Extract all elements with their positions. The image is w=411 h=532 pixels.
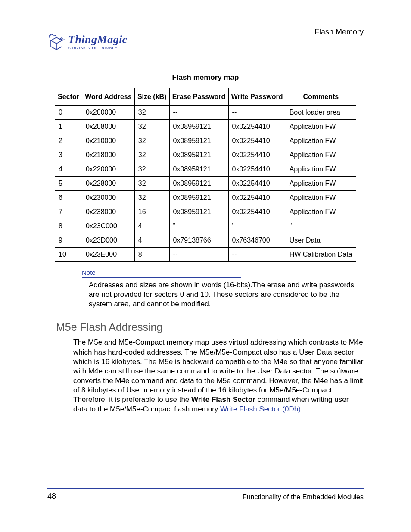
body-text: The M5e and M5e-Compact memory map uses … bbox=[73, 338, 363, 404]
page: Flash Memory ThingMagic A bbox=[0, 0, 411, 532]
cell-write: 0x76346700 bbox=[228, 233, 286, 248]
table-caption: Flash memory map bbox=[47, 73, 364, 82]
table-row: 50x228000320x089591210x02254410Applicati… bbox=[55, 177, 356, 191]
cell-size: 32 bbox=[134, 148, 169, 162]
header-section-title: Flash Memory bbox=[314, 28, 364, 37]
cell-size: 32 bbox=[134, 162, 169, 177]
cell-erase: 0x08959121 bbox=[169, 191, 228, 205]
cell-addr: 0x208000 bbox=[82, 120, 134, 134]
cell-addr: 0x200000 bbox=[82, 106, 134, 120]
table-row: 70x238000160x089591210x02254410Applicati… bbox=[55, 205, 356, 219]
cell-comments: Application FW bbox=[286, 148, 356, 162]
cell-size: 16 bbox=[134, 205, 169, 219]
header: Flash Memory ThingMagic A bbox=[47, 28, 364, 58]
cell-sector: 7 bbox=[55, 205, 82, 219]
cell-addr: 0x228000 bbox=[82, 177, 134, 191]
logo: ThingMagic A DIVISION OF TRIMBLE bbox=[47, 33, 128, 51]
col-word-address: Word Address bbox=[82, 88, 134, 106]
table-row: 00x20000032----Boot loader area bbox=[55, 106, 356, 120]
body-text: . bbox=[301, 405, 303, 413]
body-bold: Write Flash Sector bbox=[191, 395, 255, 404]
footer-rule bbox=[47, 488, 364, 489]
cell-addr: 0x23D000 bbox=[82, 233, 134, 248]
cell-write: -- bbox=[228, 106, 286, 120]
cell-size: 32 bbox=[134, 177, 169, 191]
logo-text: ThingMagic A DIVISION OF TRIMBLE bbox=[68, 34, 128, 50]
cell-erase: 0x08959121 bbox=[169, 120, 228, 134]
write-flash-sector-link[interactable]: Write Flash Sector (0Dh) bbox=[220, 405, 301, 413]
cell-comments: Application FW bbox=[286, 177, 356, 191]
cell-sector: 5 bbox=[55, 177, 82, 191]
cell-write: 0x02254410 bbox=[228, 134, 286, 148]
cell-size: 4 bbox=[134, 233, 169, 248]
svg-line-2 bbox=[59, 38, 62, 39]
table-row: 30x218000320x089591210x02254410Applicati… bbox=[55, 148, 356, 162]
cell-sector: 4 bbox=[55, 162, 82, 177]
cell-comments: User Data bbox=[286, 233, 356, 248]
page-number: 48 bbox=[47, 492, 56, 501]
cell-size: 32 bbox=[134, 191, 169, 205]
note-body: Addresses and sizes are shown in words (… bbox=[89, 280, 356, 309]
table-row: 60x230000320x089591210x02254410Applicati… bbox=[55, 191, 356, 205]
col-erase-pw: Erase Password bbox=[169, 88, 228, 106]
col-size: Size (kB) bbox=[134, 88, 169, 106]
cell-erase: -- bbox=[169, 248, 228, 262]
cell-comments: Boot loader area bbox=[286, 106, 356, 120]
cell-sector: 10 bbox=[55, 248, 82, 262]
table-row: 20x210000320x089591210x02254410Applicati… bbox=[55, 134, 356, 148]
cell-comments: Application FW bbox=[286, 191, 356, 205]
logo-subtitle: A DIVISION OF TRIMBLE bbox=[68, 46, 128, 50]
cell-erase: 0x08959121 bbox=[169, 205, 228, 219]
cell-sector: 1 bbox=[55, 120, 82, 134]
cell-sector: 8 bbox=[55, 219, 82, 233]
cell-addr: 0x218000 bbox=[82, 148, 134, 162]
cell-write: 0x02254410 bbox=[228, 120, 286, 134]
body-paragraph: The M5e and M5e-Compact memory map uses … bbox=[73, 338, 364, 414]
header-rule bbox=[47, 57, 364, 57]
table-row: 40x220000320x089591210x02254410Applicati… bbox=[55, 162, 356, 177]
cell-write: 0x02254410 bbox=[228, 148, 286, 162]
cell-comments: Application FW bbox=[286, 134, 356, 148]
cell-sector: 2 bbox=[55, 134, 82, 148]
table-header-row: Sector Word Address Size (kB) Erase Pass… bbox=[55, 88, 356, 106]
table-row: 80x23C0004""" bbox=[55, 219, 356, 233]
col-write-pw: Write Password bbox=[228, 88, 286, 106]
cell-addr: 0x23E000 bbox=[82, 248, 134, 262]
cell-erase: 0x08959121 bbox=[169, 162, 228, 177]
section-heading: M5e Flash Addressing bbox=[56, 321, 364, 333]
cell-comments: Application FW bbox=[286, 205, 356, 219]
cell-addr: 0x23C000 bbox=[82, 219, 134, 233]
cell-size: 4 bbox=[134, 219, 169, 233]
cell-addr: 0x220000 bbox=[82, 162, 134, 177]
note-label: Note bbox=[82, 269, 241, 278]
footer-title: Functionality of the Embedded Modules bbox=[243, 493, 364, 501]
cell-write: 0x02254410 bbox=[228, 205, 286, 219]
cell-size: 32 bbox=[134, 106, 169, 120]
cell-addr: 0x238000 bbox=[82, 205, 134, 219]
cell-write: -- bbox=[228, 248, 286, 262]
cell-comments: HW Calibration Data bbox=[286, 248, 356, 262]
table-row: 100x23E0008----HW Calibration Data bbox=[55, 248, 356, 262]
cell-comments: Application FW bbox=[286, 162, 356, 177]
cell-comments: Application FW bbox=[286, 120, 356, 134]
thingmagic-cube-icon bbox=[47, 33, 65, 51]
cell-write: 0x02254410 bbox=[228, 177, 286, 191]
flash-memory-table: Sector Word Address Size (kB) Erase Pass… bbox=[55, 88, 356, 262]
cell-size: 8 bbox=[134, 248, 169, 262]
table-row: 90x23D00040x791387660x76346700User Data bbox=[55, 233, 356, 248]
logo-brand: ThingMagic bbox=[68, 34, 128, 45]
cell-erase: 0x08959121 bbox=[169, 177, 228, 191]
cell-erase: 0x79138766 bbox=[169, 233, 228, 248]
cell-sector: 6 bbox=[55, 191, 82, 205]
table-row: 10x208000320x089591210x02254410Applicati… bbox=[55, 120, 356, 134]
cell-erase: 0x08959121 bbox=[169, 134, 228, 148]
cell-erase: 0x08959121 bbox=[169, 148, 228, 162]
col-comments: Comments bbox=[286, 88, 356, 106]
cell-write: " bbox=[228, 219, 286, 233]
cell-write: 0x02254410 bbox=[228, 162, 286, 177]
cell-sector: 9 bbox=[55, 233, 82, 248]
cell-comments: " bbox=[286, 219, 356, 233]
cell-size: 32 bbox=[134, 120, 169, 134]
cell-size: 32 bbox=[134, 134, 169, 148]
cell-sector: 3 bbox=[55, 148, 82, 162]
